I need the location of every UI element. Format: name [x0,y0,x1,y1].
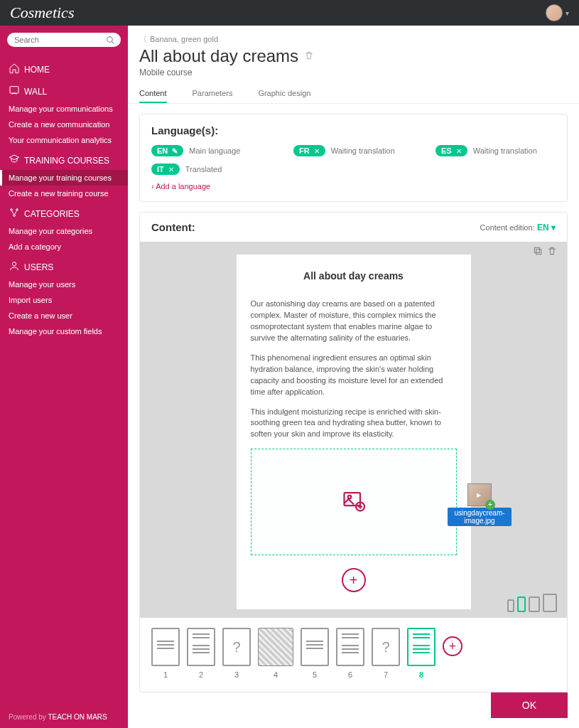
search-input[interactable] [7,33,121,47]
page-thumb-2[interactable] [187,628,215,666]
nav-categories-label: CATEGORIES [24,209,80,219]
users-icon [9,260,20,274]
nav-home[interactable]: HOME [0,57,128,79]
svg-rect-2 [10,87,18,93]
plus-badge-icon: + [485,500,495,510]
nav-home-label: HOME [24,65,50,75]
nav-users-item-0[interactable]: Manage your users [0,277,128,292]
mobile-card: All about day creams Our astonishing day… [237,255,471,609]
file-thumbnail: + [467,483,492,506]
nav-training-header[interactable]: TRAINING COURSES [0,148,128,170]
close-icon[interactable]: ✕ [314,147,320,155]
copy-icon[interactable] [533,246,543,258]
nav-training-item-1[interactable]: Create a new training course [0,186,128,201]
add-block-button[interactable]: + [342,568,366,592]
nav-users-header[interactable]: USERS [0,255,128,277]
page-num-2: 2 [187,670,215,679]
card-body[interactable]: Our astonishing day creams are based on … [251,299,457,440]
svg-point-3 [11,209,13,211]
lang-pill-fr[interactable]: FR✕ [293,145,325,156]
nav-users-item-1[interactable]: Import users [0,292,128,308]
close-icon[interactable]: ✕ [456,147,462,155]
breadcrumb[interactable]: 〈Banana, green gold [128,26,579,46]
page-num-5: 5 [301,670,329,679]
add-page-button[interactable]: + [443,636,462,656]
device-tablet-landscape[interactable] [543,594,557,612]
training-icon [9,154,20,167]
page-thumb-3[interactable]: ? [222,628,251,666]
ok-bar: OK [491,692,568,718]
back-icon: 〈 [139,35,147,43]
lang-pill-en[interactable]: EN✎ [151,145,183,156]
lang-pill-it[interactable]: IT✕ [151,164,180,175]
user-menu[interactable]: ▾ [546,4,569,21]
nav-wall-item-2[interactable]: Your communication analytics [0,132,128,148]
page-thumb-5[interactable] [301,628,329,666]
lang-es: ES✕ Waiting translation [435,145,542,156]
delete-icon[interactable] [304,50,314,63]
lang-fr: FR✕ Waiting translation [293,145,400,156]
content-edition-label: Content edition: [480,223,535,232]
device-preview-selector [507,594,557,612]
image-dropzone[interactable] [251,449,457,555]
nav-categories-item-0[interactable]: Manage your categories [0,223,128,239]
pencil-icon[interactable]: ✎ [172,147,178,155]
nav-users-item-3[interactable]: Manage your custom fields [0,323,128,339]
add-language-link[interactable]: › Add a language [151,182,210,191]
trash-icon[interactable] [547,246,557,258]
editor-stage: All about day creams Our astonishing day… [140,242,567,618]
nav-categories-item-1[interactable]: Add a category [0,239,128,255]
svg-point-6 [12,262,16,266]
brand-logo: Cosmetics [10,4,74,22]
tab-parameters[interactable]: Parameters [193,85,233,103]
lang-pill-es[interactable]: ES✕ [435,145,467,156]
device-phone-small[interactable] [507,599,514,612]
nav-users-item-2[interactable]: Create a new user [0,308,128,323]
page-thumb-4[interactable] [258,628,293,666]
nav-wall-item-1[interactable]: Create a new communication [0,117,128,132]
sidebar-footer: Powered by TEACH ON MARS [9,713,107,721]
nav-wall-label: WALL [24,87,47,97]
page-thumb-7[interactable]: ? [372,628,400,666]
footer-brand: TEACH ON MARS [48,713,107,721]
page-thumb-1[interactable] [151,628,180,666]
sidebar: HOME WALL Manage your communications Cre… [0,26,128,728]
ok-button[interactable]: OK [491,692,568,718]
page-num-8: 8 [407,670,435,679]
tab-content[interactable]: Content [139,85,167,103]
page-thumb-8[interactable] [407,628,435,666]
footer-prefix: Powered by [9,713,48,721]
languages-heading: Language(s): [151,124,556,136]
svg-point-4 [16,209,18,211]
chevron-down-icon: ▾ [551,223,556,232]
page-subtitle: Mobile course [128,68,579,85]
top-bar: Cosmetics ▾ [0,0,579,26]
dragged-file[interactable]: + usingdaycream-image.jpg [448,483,512,526]
search-wrap [7,33,121,47]
content-edition-selector[interactable]: Content edition: EN ▾ [480,223,556,232]
tab-graphic-design[interactable]: Graphic design [258,85,310,103]
search-icon [106,36,115,47]
languages-panel: Language(s): EN✎ Main language FR✕ Waiti… [139,114,568,202]
card-paragraph-1: This phenomenal ingredient ensures an op… [251,353,457,398]
card-title[interactable]: All about day creams [251,270,457,282]
tabs: Content Parameters Graphic design [128,85,579,104]
nav-wall-header[interactable]: WALL [0,79,128,101]
nav-users-label: USERS [24,262,53,272]
lang-en-label: Main language [189,146,240,155]
nav-training-item-0[interactable]: Manage your training courses [0,170,128,186]
page-num-1: 1 [151,670,180,679]
main: 〈Banana, green gold All about day creams… [128,26,579,728]
close-icon[interactable]: ✕ [168,166,174,173]
page-thumb-6[interactable] [336,628,364,666]
svg-rect-8 [534,247,539,252]
device-tablet-portrait[interactable] [529,596,540,612]
nav-wall-item-0[interactable]: Manage your communications [0,101,128,117]
device-phone-active[interactable] [517,596,526,612]
page-num-7: 7 [372,670,400,679]
home-icon [9,63,20,76]
avatar [546,4,563,21]
nav-categories-header[interactable]: CATEGORIES [0,201,128,223]
svg-rect-7 [536,250,541,255]
file-name-label: usingdaycream-image.jpg [448,508,512,526]
